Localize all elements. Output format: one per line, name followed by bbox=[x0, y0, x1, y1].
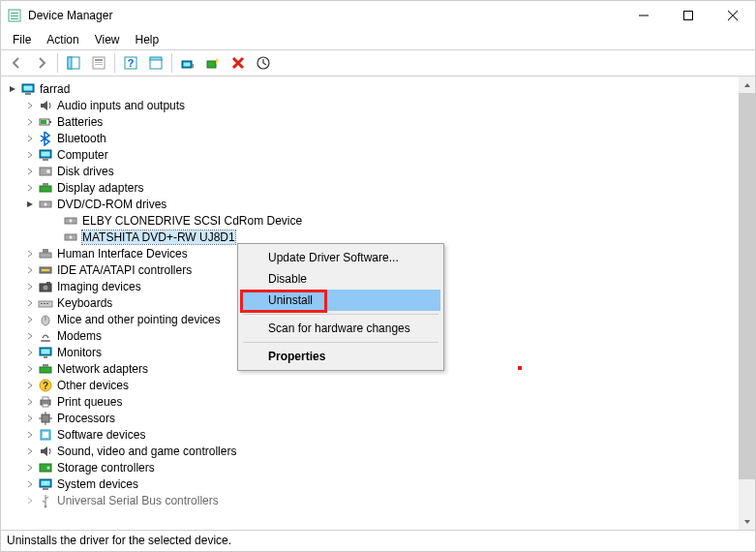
update-driver-toolbar-button[interactable] bbox=[252, 51, 275, 75]
tree-item-other[interactable]: ? Other devices bbox=[1, 377, 755, 393]
tree-root-label: farrad bbox=[40, 82, 70, 96]
expand-icon[interactable] bbox=[24, 133, 36, 144]
svg-rect-2 bbox=[11, 15, 18, 16]
tree-item-software[interactable]: Software devices bbox=[1, 426, 755, 443]
toolbar: ? bbox=[1, 49, 755, 77]
toolbar-separator bbox=[171, 53, 172, 73]
context-menu-update-driver[interactable]: Update Driver Software... bbox=[241, 247, 440, 268]
expand-icon[interactable] bbox=[24, 314, 36, 325]
expand-icon[interactable] bbox=[24, 363, 36, 375]
tree-item-usb[interactable]: Universal Serial Bus controllers bbox=[1, 492, 755, 508]
scroll-track[interactable] bbox=[739, 93, 755, 513]
expand-icon[interactable] bbox=[24, 445, 36, 457]
expand-icon[interactable] bbox=[24, 149, 36, 161]
expand-icon[interactable] bbox=[24, 281, 36, 292]
action-toolbar-button[interactable] bbox=[144, 51, 167, 75]
tree-item-audio[interactable]: Audio inputs and outputs bbox=[1, 97, 755, 113]
context-menu: Update Driver Software... Disable Uninst… bbox=[237, 243, 444, 371]
add-legacy-button[interactable] bbox=[201, 51, 225, 75]
expand-icon[interactable] bbox=[24, 116, 36, 128]
expand-icon[interactable] bbox=[24, 413, 36, 424]
svg-rect-4 bbox=[684, 12, 693, 20]
expand-icon[interactable] bbox=[24, 248, 36, 260]
tree-root[interactable]: farrad bbox=[1, 80, 755, 97]
svg-rect-22 bbox=[25, 93, 31, 95]
show-hide-console-tree-button[interactable] bbox=[62, 51, 85, 75]
context-menu-separator bbox=[243, 342, 438, 343]
tree-item-bluetooth[interactable]: Bluetooth bbox=[1, 130, 755, 146]
collapse-icon[interactable] bbox=[24, 199, 36, 210]
computer-icon bbox=[20, 81, 36, 97]
context-menu-uninstall[interactable]: Uninstall bbox=[241, 290, 440, 311]
menu-action[interactable]: Action bbox=[39, 31, 86, 48]
close-button[interactable] bbox=[711, 1, 755, 30]
scroll-up-button[interactable] bbox=[739, 77, 755, 93]
svg-rect-39 bbox=[40, 253, 51, 258]
vertical-scrollbar[interactable] bbox=[739, 77, 755, 530]
tree-item-batteries[interactable]: Batteries bbox=[1, 113, 755, 130]
help-button[interactable]: ? bbox=[119, 51, 142, 75]
svg-rect-48 bbox=[44, 303, 45, 304]
svg-rect-8 bbox=[95, 59, 103, 61]
svg-text:?: ? bbox=[128, 57, 135, 69]
expand-icon[interactable] bbox=[24, 380, 36, 391]
modem-icon bbox=[38, 328, 53, 344]
svg-rect-18 bbox=[207, 61, 216, 68]
expand-icon[interactable] bbox=[24, 264, 36, 276]
expand-icon[interactable] bbox=[24, 495, 36, 506]
expand-icon[interactable] bbox=[24, 166, 36, 177]
unknown-icon: ? bbox=[38, 378, 53, 393]
speaker-icon bbox=[38, 98, 53, 113]
expand-icon[interactable] bbox=[24, 429, 36, 441]
maximize-button[interactable] bbox=[666, 1, 711, 30]
svg-rect-9 bbox=[95, 62, 103, 63]
menu-help[interactable]: Help bbox=[128, 31, 167, 48]
tree-item-processors[interactable]: Processors bbox=[1, 410, 755, 426]
context-menu-disable[interactable]: Disable bbox=[241, 268, 440, 290]
expand-icon[interactable] bbox=[24, 182, 36, 194]
expand-icon[interactable] bbox=[24, 462, 36, 474]
tree-label: Universal Serial Bus controllers bbox=[57, 494, 219, 507]
menu-view[interactable]: View bbox=[87, 31, 128, 48]
window-title: Device Manager bbox=[28, 9, 621, 22]
svg-rect-65 bbox=[43, 432, 48, 438]
back-button[interactable] bbox=[5, 51, 28, 75]
tree-label: Bluetooth bbox=[57, 132, 106, 145]
scroll-thumb[interactable] bbox=[739, 93, 755, 479]
tree-item-sound[interactable]: Sound, video and game controllers bbox=[1, 443, 755, 459]
tree-label: ELBY CLONEDRIVE SCSI CdRom Device bbox=[82, 214, 302, 228]
scan-hardware-button[interactable] bbox=[176, 51, 199, 75]
expand-icon[interactable] bbox=[24, 347, 36, 358]
menu-file[interactable]: File bbox=[5, 31, 39, 48]
context-menu-properties[interactable]: Properties bbox=[241, 346, 440, 367]
svg-point-30 bbox=[46, 169, 50, 173]
tree-label: Processors bbox=[57, 412, 115, 425]
svg-rect-16 bbox=[184, 63, 191, 67]
tree-label: Disk drives bbox=[57, 165, 114, 178]
svg-rect-21 bbox=[24, 85, 33, 90]
minimize-button[interactable] bbox=[621, 1, 666, 30]
expand-icon[interactable] bbox=[24, 297, 36, 309]
expand-icon[interactable] bbox=[24, 478, 36, 490]
expand-icon[interactable] bbox=[24, 396, 36, 408]
tree-item-dvd[interactable]: DVD/CD-ROM drives bbox=[1, 196, 755, 212]
tree-label: Modems bbox=[57, 329, 102, 343]
tree-item-computer[interactable]: Computer bbox=[1, 146, 755, 163]
expand-icon[interactable] bbox=[24, 330, 36, 342]
uninstall-toolbar-button[interactable] bbox=[227, 51, 250, 75]
tree-child-elby[interactable]: ELBY CLONEDRIVE SCSI CdRom Device bbox=[1, 212, 755, 229]
tree-item-system[interactable]: System devices bbox=[1, 475, 755, 492]
context-menu-scan-hardware[interactable]: Scan for hardware changes bbox=[241, 318, 440, 339]
forward-button[interactable] bbox=[30, 51, 53, 75]
status-text: Uninstalls the driver for the selected d… bbox=[7, 534, 231, 547]
properties-button[interactable] bbox=[87, 51, 110, 75]
scroll-down-button[interactable] bbox=[739, 513, 755, 530]
tree-item-display[interactable]: Display adapters bbox=[1, 179, 755, 196]
collapse-icon[interactable] bbox=[7, 83, 18, 95]
app-icon bbox=[7, 8, 22, 23]
expand-icon[interactable] bbox=[24, 100, 36, 111]
tree-item-print[interactable]: Print queues bbox=[1, 393, 755, 410]
tree-item-disk-drives[interactable]: Disk drives bbox=[1, 163, 755, 179]
svg-rect-54 bbox=[42, 349, 50, 353]
tree-item-storage[interactable]: Storage controllers bbox=[1, 459, 755, 475]
